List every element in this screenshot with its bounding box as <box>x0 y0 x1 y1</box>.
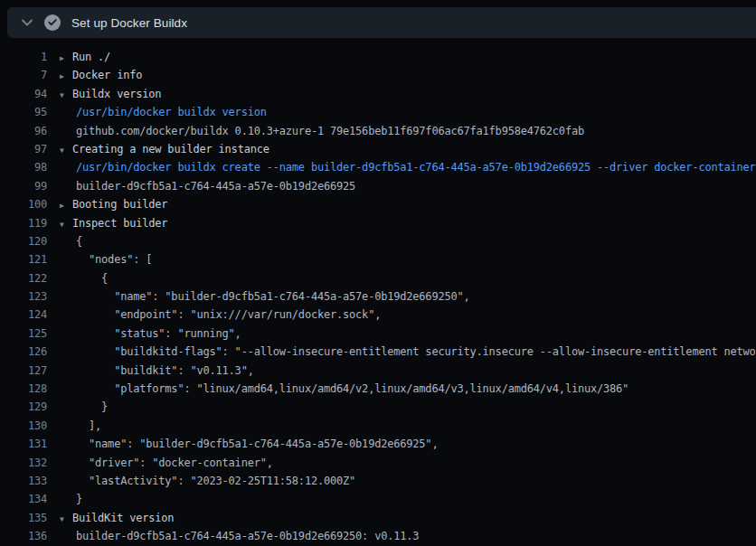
line-number[interactable]: 127 <box>0 362 47 380</box>
log-row: 7▶Docker info <box>0 66 756 84</box>
line-number[interactable]: 94 <box>0 85 47 103</box>
log-row: 96github.com/docker/buildx 0.10.3+azure-… <box>0 122 756 140</box>
line-number[interactable]: 128 <box>0 380 47 398</box>
line-number[interactable]: 131 <box>0 435 47 453</box>
output-text: "lastActivity": "2023-02-25T11:58:12.000… <box>60 472 355 490</box>
triangle-down-icon[interactable]: ▼ <box>60 142 72 158</box>
line-number[interactable]: 124 <box>0 306 47 324</box>
step-title: Set up Docker Buildx <box>71 16 187 30</box>
log-row: 1▶Run ./ <box>0 48 756 66</box>
output-text: } <box>60 398 108 416</box>
log-row: 122 { <box>0 269 756 287</box>
output-text: "nodes": [ <box>60 250 152 268</box>
line-number[interactable]: 125 <box>0 325 47 343</box>
line-number[interactable]: 119 <box>0 214 47 232</box>
log-row: 133 "lastActivity": "2023-02-25T11:58:12… <box>0 472 756 490</box>
log-row: 124 "endpoint": "unix:///var/run/docker.… <box>0 306 756 324</box>
output-text: builder-d9cfb5a1-c764-445a-a57e-0b19d2e6… <box>60 527 419 545</box>
command-text: /usr/bin/docker buildx version <box>60 103 267 121</box>
log-row: 121 "nodes": [ <box>0 250 756 268</box>
triangle-right-icon[interactable]: ▶ <box>60 50 72 66</box>
log-row: 136builder-d9cfb5a1-c764-445a-a57e-0b19d… <box>0 527 756 545</box>
line-number[interactable]: 129 <box>0 398 47 416</box>
log-row: 120{ <box>0 232 756 250</box>
log-row: 127 "buildkit": "v0.11.3", <box>0 362 756 380</box>
line-number[interactable]: 121 <box>0 250 47 268</box>
group-title[interactable]: Booting builder <box>72 195 167 213</box>
command-text: /usr/bin/docker buildx create --name bui… <box>60 158 756 176</box>
group-title[interactable]: Docker info <box>72 66 142 84</box>
triangle-right-icon[interactable]: ▶ <box>60 197 72 213</box>
line-number[interactable]: 123 <box>0 287 47 306</box>
line-number[interactable]: 122 <box>0 269 47 287</box>
group-title[interactable]: Creating a new builder instance <box>72 140 269 158</box>
log-row: 130 ], <box>0 417 756 435</box>
group-title[interactable]: Inspect builder <box>72 214 167 232</box>
log-row: 132 "driver": "docker-container", <box>0 454 756 472</box>
output-text: { <box>60 269 108 287</box>
log-row: 97▼Creating a new builder instance <box>0 140 756 158</box>
check-circle-icon <box>44 14 61 31</box>
log-row: 135▼BuildKit version <box>0 509 756 527</box>
log-row: 123 "name": "builder-d9cfb5a1-c764-445a-… <box>0 287 756 306</box>
line-number[interactable]: 96 <box>0 122 47 140</box>
log-row: 100▶Booting builder <box>0 195 756 213</box>
line-number[interactable]: 95 <box>0 103 47 121</box>
log-row: 98/usr/bin/docker buildx create --name b… <box>0 158 756 176</box>
triangle-down-icon[interactable]: ▼ <box>60 511 72 527</box>
output-text: github.com/docker/buildx 0.10.3+azure-1 … <box>60 122 584 140</box>
line-number[interactable]: 97 <box>0 140 47 158</box>
line-number[interactable]: 133 <box>0 472 47 490</box>
line-number[interactable]: 120 <box>0 232 47 250</box>
output-text: builder-d9cfb5a1-c764-445a-a57e-0b19d2e6… <box>60 177 355 195</box>
output-text: "endpoint": "unix:///var/run/docker.sock… <box>60 306 381 324</box>
log-row: 129 } <box>0 398 756 416</box>
triangle-down-icon[interactable]: ▼ <box>60 87 72 103</box>
log-row: 126 "buildkitd-flags": "--allow-insecure… <box>0 343 756 361</box>
log-row: 131 "name": "builder-d9cfb5a1-c764-445a-… <box>0 435 756 453</box>
log-row: 99builder-d9cfb5a1-c764-445a-a57e-0b19d2… <box>0 177 756 195</box>
line-number[interactable]: 135 <box>0 509 47 527</box>
log-row: 95/usr/bin/docker buildx version <box>0 103 756 121</box>
line-number[interactable]: 132 <box>0 454 47 472</box>
triangle-down-icon[interactable]: ▼ <box>60 216 72 232</box>
output-text: "status": "running", <box>60 325 241 343</box>
output-text: "buildkit": "v0.11.3", <box>60 362 254 380</box>
group-title[interactable]: Buildx version <box>72 85 161 103</box>
line-number[interactable]: 126 <box>0 343 47 361</box>
line-number[interactable]: 98 <box>0 158 47 176</box>
log-row: 134} <box>0 490 756 508</box>
output-text: "platforms": "linux/amd64,linux/amd64/v2… <box>60 380 628 398</box>
output-text: "buildkitd-flags": "--allow-insecure-ent… <box>60 343 756 361</box>
line-number[interactable]: 130 <box>0 417 47 435</box>
chevron-down-icon[interactable] <box>21 16 33 29</box>
output-text: "driver": "docker-container", <box>60 454 273 472</box>
line-number[interactable]: 99 <box>0 177 47 195</box>
line-number[interactable]: 1 <box>0 48 47 66</box>
log-row: 128 "platforms": "linux/amd64,linux/amd6… <box>0 380 756 398</box>
output-text: ], <box>60 417 101 435</box>
line-number[interactable]: 7 <box>0 66 47 84</box>
log-row: 125 "status": "running", <box>0 325 756 343</box>
output-text: } <box>60 490 82 508</box>
line-number[interactable]: 100 <box>0 195 47 213</box>
log-output: 1▶Run ./7▶Docker info94▼Buildx version95… <box>0 38 756 546</box>
log-row: 119▼Inspect builder <box>0 214 756 232</box>
triangle-right-icon[interactable]: ▶ <box>60 68 72 84</box>
group-title[interactable]: Run ./ <box>72 48 110 66</box>
output-text: "name": "builder-d9cfb5a1-c764-445a-a57e… <box>60 287 470 306</box>
output-text: "name": "builder-d9cfb5a1-c764-445a-a57e… <box>60 435 438 453</box>
group-title[interactable]: BuildKit version <box>72 509 174 527</box>
step-header[interactable]: Set up Docker Buildx <box>7 7 756 38</box>
log-row: 94▼Buildx version <box>0 85 756 103</box>
line-number[interactable]: 136 <box>0 527 47 545</box>
line-number[interactable]: 134 <box>0 490 47 508</box>
output-text: { <box>60 232 82 250</box>
